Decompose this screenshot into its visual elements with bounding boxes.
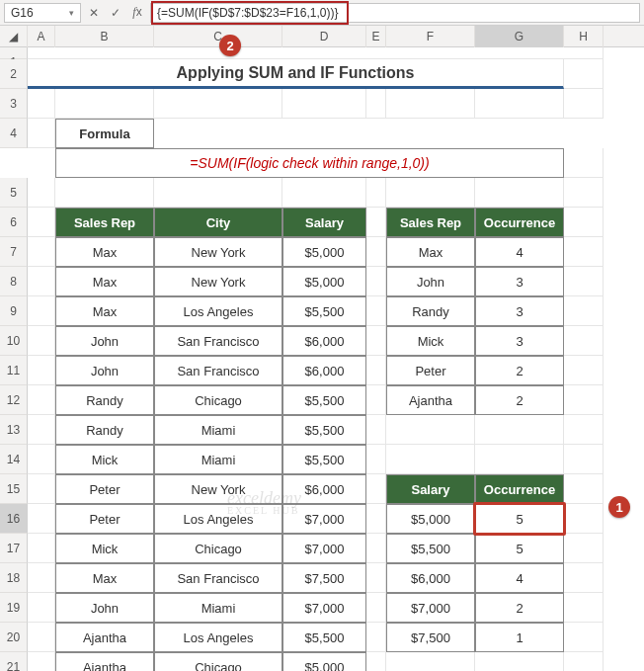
blank-cell[interactable]: [475, 415, 564, 445]
main-cell[interactable]: $7,000: [282, 504, 366, 534]
rep-name[interactable]: Mick: [386, 326, 475, 356]
main-cell[interactable]: $7,000: [282, 593, 366, 623]
blank-cell[interactable]: [366, 474, 386, 504]
blank-cell[interactable]: [366, 504, 386, 534]
blank-cell[interactable]: [154, 178, 282, 208]
blank-cell[interactable]: [28, 119, 55, 148]
row-21-header[interactable]: 21: [0, 652, 28, 671]
blank-cell[interactable]: [564, 148, 604, 178]
blank-cell[interactable]: [28, 296, 55, 326]
rep-name[interactable]: Peter: [386, 356, 475, 385]
sal-occ[interactable]: 1: [475, 623, 564, 652]
blank-cell[interactable]: [28, 89, 55, 119]
row-1-header[interactable]: 1: [0, 47, 28, 59]
main-cell[interactable]: $5,000: [282, 652, 366, 671]
rep-occ[interactable]: 2: [475, 385, 564, 415]
col-B[interactable]: B: [55, 26, 154, 47]
main-cell[interactable]: Max: [55, 237, 154, 267]
blank-cell[interactable]: [564, 178, 604, 208]
main-cell[interactable]: $7,000: [282, 534, 366, 563]
row-15-header[interactable]: 15: [0, 474, 28, 504]
blank-cell[interactable]: [475, 178, 564, 208]
main-cell[interactable]: John: [55, 356, 154, 385]
blank-cell[interactable]: [28, 385, 55, 415]
blank-cell[interactable]: [564, 59, 604, 89]
main-cell[interactable]: Max: [55, 296, 154, 326]
sal-val[interactable]: $6,000: [386, 563, 475, 593]
main-cell[interactable]: John: [55, 593, 154, 623]
sal-val[interactable]: $5,500: [386, 534, 475, 563]
main-cell[interactable]: $5,500: [282, 623, 366, 652]
blank-cell[interactable]: [366, 385, 386, 415]
row-10-header[interactable]: 10: [0, 326, 28, 356]
main-cell[interactable]: Chicago: [154, 534, 282, 563]
main-cell[interactable]: San Francisco: [154, 563, 282, 593]
main-cell[interactable]: Randy: [55, 385, 154, 415]
formula-bar[interactable]: {=SUM(IF($D$7:$D$23=F16,1,0))}: [150, 3, 640, 23]
main-cell[interactable]: Chicago: [154, 652, 282, 671]
blank-cell[interactable]: [366, 237, 386, 267]
main-cell[interactable]: Peter: [55, 504, 154, 534]
main-cell[interactable]: Mick: [55, 445, 154, 474]
col-H[interactable]: H: [564, 26, 604, 47]
main-cell[interactable]: New York: [154, 474, 282, 504]
rep-name[interactable]: Ajantha: [386, 385, 475, 415]
main-cell[interactable]: $6,000: [282, 356, 366, 385]
blank-cell[interactable]: [282, 89, 366, 119]
blank-cell[interactable]: [564, 356, 604, 385]
row-14-header[interactable]: 14: [0, 445, 28, 474]
blank-cell[interactable]: [564, 652, 604, 671]
blank-cell[interactable]: [386, 415, 475, 445]
blank-cell[interactable]: [28, 534, 55, 563]
main-cell[interactable]: Max: [55, 267, 154, 296]
enter-icon[interactable]: ✓: [107, 6, 124, 20]
blank-cell[interactable]: [55, 89, 154, 119]
blank-cell[interactable]: [28, 356, 55, 385]
blank-cell[interactable]: [564, 415, 604, 445]
blank-cell[interactable]: [564, 534, 604, 563]
blank-cell[interactable]: [564, 267, 604, 296]
blank-cell[interactable]: [28, 237, 55, 267]
blank-cell[interactable]: [28, 445, 55, 474]
main-cell[interactable]: Miami: [154, 593, 282, 623]
main-cell[interactable]: $6,000: [282, 474, 366, 504]
main-cell[interactable]: $5,000: [282, 267, 366, 296]
blank-cell[interactable]: [564, 237, 604, 267]
main-cell[interactable]: Ajantha: [55, 652, 154, 671]
blank-cell[interactable]: [28, 267, 55, 296]
blank-cell[interactable]: [564, 474, 604, 504]
blank-cell[interactable]: [366, 326, 386, 356]
blank-cell[interactable]: [28, 326, 55, 356]
main-cell[interactable]: Chicago: [154, 385, 282, 415]
blank-cell[interactable]: [366, 415, 386, 445]
blank-cell[interactable]: [366, 563, 386, 593]
cancel-icon[interactable]: ✕: [85, 6, 103, 20]
blank-cell[interactable]: [564, 445, 604, 474]
rep-occ[interactable]: 3: [475, 326, 564, 356]
select-all-corner[interactable]: ◢: [0, 26, 28, 47]
blank-cell[interactable]: [28, 563, 55, 593]
row-16-header[interactable]: 16: [0, 504, 28, 534]
main-cell[interactable]: $5,500: [282, 415, 366, 445]
blank-cell[interactable]: [282, 178, 366, 208]
row-13-header[interactable]: 13: [0, 415, 28, 445]
blank-cell[interactable]: [28, 593, 55, 623]
main-cell[interactable]: New York: [154, 237, 282, 267]
blank-cell[interactable]: [366, 267, 386, 296]
main-cell[interactable]: Los Angeles: [154, 504, 282, 534]
col-D[interactable]: D: [282, 26, 366, 47]
blank-cell[interactable]: [366, 593, 386, 623]
blank-cell[interactable]: [366, 178, 386, 208]
row-17-header[interactable]: 17: [0, 534, 28, 563]
blank-cell[interactable]: [564, 296, 604, 326]
blank-cell[interactable]: [366, 89, 386, 119]
blank-cell[interactable]: [366, 208, 386, 237]
blank-cell[interactable]: [386, 445, 475, 474]
blank-cell[interactable]: [28, 652, 55, 671]
blank-cell[interactable]: [28, 623, 55, 652]
row-20-header[interactable]: 20: [0, 623, 28, 652]
main-cell[interactable]: Peter: [55, 474, 154, 504]
rep-name[interactable]: John: [386, 267, 475, 296]
sal-occ[interactable]: 5: [475, 504, 564, 534]
main-cell[interactable]: $5,500: [282, 445, 366, 474]
